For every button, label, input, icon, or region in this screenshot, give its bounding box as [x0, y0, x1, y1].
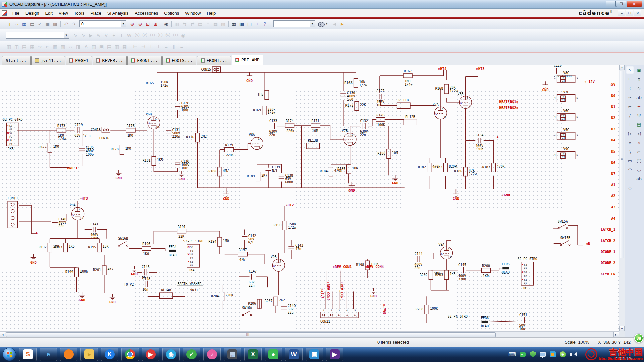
component-th5[interactable]: TH5 [258, 90, 269, 99]
component-sw15a[interactable]: SW15A [558, 220, 568, 229]
scroll-left-icon[interactable]: ◄ [0, 332, 5, 337]
check-design-icon[interactable]: ✓ [36, 20, 44, 28]
component-rev_con1[interactable]: «REV_CON1 [333, 265, 352, 269]
component-sw16b[interactable]: SW16B [118, 237, 128, 246]
vertical-scrollbar[interactable]: ▲ ▼ [619, 65, 625, 331]
menu-help[interactable]: Help [204, 10, 219, 17]
scroll-down-icon[interactable]: ▼ [619, 326, 625, 331]
menu-tools[interactable]: Tools [71, 10, 87, 17]
component-b[interactable]: «B [586, 242, 590, 246]
component-a[interactable]: A [496, 135, 499, 139]
place-text-tool[interactable]: ab [635, 174, 643, 183]
component-r191[interactable]: R19122K [177, 225, 186, 239]
window-minimize-button[interactable]: ▁ [606, 1, 616, 7]
menu-file[interactable]: File [9, 10, 22, 17]
component-ht2[interactable]: »HT2 [285, 203, 294, 207]
component-r177[interactable]: R1771M0 [39, 143, 59, 152]
taskbar-app-player-red-icon[interactable]: ▶ [142, 348, 159, 361]
component-v9a[interactable]: V9AAGK [438, 243, 452, 259]
component-gnd[interactable]: GND [370, 288, 377, 298]
component-c127[interactable]: C127450V1u0 [376, 89, 384, 107]
antivirus-shield-tray-icon[interactable] [530, 351, 536, 358]
component-c132[interactable]: C132630V22n [360, 119, 368, 137]
snap-to-grid-icon[interactable]: ▩ [238, 20, 246, 28]
taskbar-app-wechat-icon[interactable]: ● [265, 348, 282, 361]
net-label-d3[interactable]: D3 [611, 127, 616, 131]
component-earth-washer[interactable]: EARTH WASHER [177, 282, 203, 286]
component-v5c[interactable]: HCT45V5C [554, 128, 578, 140]
place-ellipse-tool[interactable]: ◯ [635, 156, 643, 165]
component-gnd[interactable]: «GND [502, 193, 510, 197]
component-ht4[interactable]: »HT4 [438, 67, 446, 71]
component-gnd[interactable]: GND [223, 191, 229, 201]
place-elliptical-arc-tool[interactable]: ◡ [635, 165, 643, 174]
component-r188[interactable]: R1884M7 [209, 167, 229, 176]
net-label-a2[interactable]: A2 [611, 194, 616, 198]
taskbar-app-ie-icon[interactable]: e [40, 348, 57, 361]
menu-si-analysis[interactable]: SI Analysis [104, 10, 132, 17]
component-gnd[interactable]: GND [453, 191, 459, 201]
undo-icon[interactable]: ↶ [62, 20, 70, 28]
new-document-icon[interactable]: ▯ [5, 20, 13, 28]
taskbar-app-sogou-icon[interactable]: S [19, 348, 37, 361]
taskbar-app-music-pink-icon[interactable]: ♪ [203, 348, 221, 361]
place-pin-tool[interactable]: ◁ [635, 129, 643, 138]
taskbar-app-chrome-icon[interactable] [121, 348, 139, 361]
component-r185[interactable]: R18510K [337, 165, 358, 174]
junction-icon[interactable]: + [253, 20, 261, 28]
scroll-up-icon[interactable]: ▲ [619, 65, 625, 70]
copy-icon[interactable]: ▣ [44, 20, 51, 28]
net-label-d0[interactable]: D0 [611, 94, 616, 98]
component-r165[interactable]: R165150K1/2w [146, 79, 168, 88]
place-net-alias-tool[interactable]: ab [635, 93, 643, 102]
open-folder-icon[interactable]: ▱ [13, 20, 20, 28]
component-c151[interactable]: C15150V10u [519, 313, 527, 331]
place-off-page-connector-tool[interactable]: » [626, 138, 634, 147]
component-c142[interactable]: C14250VN/F [241, 234, 256, 244]
tab-front[interactable]: FRONT... [127, 56, 162, 65]
component-gnd[interactable]: GND [542, 81, 549, 92]
help-icon[interactable]: ? [261, 20, 269, 28]
taskbar-app-orange-icon[interactable] [60, 348, 77, 361]
zoom-all-icon[interactable]: ⊞ [152, 20, 159, 28]
search-binoculars-icon[interactable] [318, 22, 325, 26]
component-r199[interactable]: R199100K [65, 268, 88, 277]
search-combo-dropdown-icon[interactable]: ▼ [310, 21, 315, 27]
place-polyline-tool[interactable]: ⌐ [635, 147, 643, 156]
component-con16[interactable]: CON16 [99, 136, 109, 140]
component-a[interactable]: A [36, 231, 38, 235]
component-ht3[interactable]: »HT3 [476, 67, 484, 71]
search-combo[interactable]: ▼ [273, 20, 315, 27]
place-bezier-tool[interactable]: ~ [626, 174, 634, 183]
search-input[interactable] [274, 21, 310, 27]
binoculars-dropdown-icon[interactable]: ▼ [325, 22, 328, 25]
component-v6b[interactable]: V6BAGK [146, 112, 160, 129]
component-fer5[interactable]: FER5BEAD [502, 262, 510, 275]
component-rl14b[interactable]: RL14B [160, 288, 173, 298]
toolbar-grip[interactable] [2, 43, 3, 50]
component-v7b[interactable]: V7BAGK [342, 129, 356, 146]
component-con19[interactable]: CON19 [8, 196, 18, 228]
menu-options[interactable]: Options [161, 10, 182, 17]
component-r170[interactable]: R170100K [376, 113, 385, 127]
taskbar-app-word-icon[interactable]: W [285, 348, 303, 361]
place-ieee-symbol-tool[interactable]: ◇ [626, 183, 634, 192]
place-arc-tool[interactable]: ◠ [626, 165, 634, 174]
component-r175[interactable]: R1751K0 [126, 124, 135, 138]
component-v6a[interactable]: V6AAGK [249, 133, 263, 150]
tab-front[interactable]: FRONT... [197, 56, 231, 65]
area-select-icon[interactable]: ▢ [246, 20, 253, 28]
tab-foots[interactable]: FOOTS... [162, 56, 197, 65]
component-r174[interactable]: R174220k [285, 119, 294, 133]
net-label-d1[interactable]: D1 [611, 105, 616, 109]
component-v9c[interactable]: HCT45V9C [554, 147, 578, 159]
place-port-tool[interactable]: ▷ [626, 129, 634, 138]
component-v9b[interactable]: V9BAGK [271, 255, 285, 272]
menu-edit[interactable]: Edit [42, 10, 55, 17]
net-label-a1[interactable]: A1 [611, 183, 616, 187]
component-c148[interactable]: C14810n [142, 277, 150, 291]
component-r186[interactable]: R18647k1/2w [454, 167, 477, 176]
component-c141[interactable]: C141400V330n [90, 222, 98, 240]
tab-jvc41[interactable]: jvc41... [31, 56, 65, 65]
component-r187[interactable]: R187470K [482, 163, 505, 172]
